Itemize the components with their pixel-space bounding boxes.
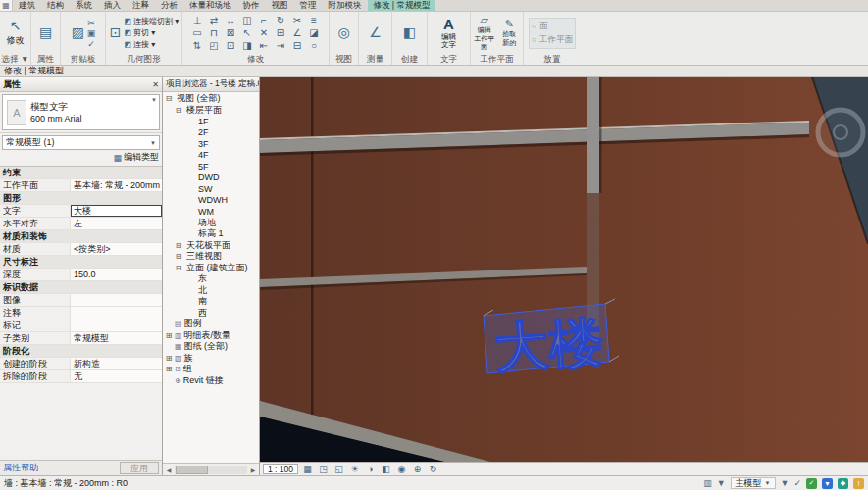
properties-toggle-button[interactable]: ▤ [38, 24, 53, 41]
tree-item[interactable]: 2F [163, 127, 259, 139]
model-text-glyphs[interactable]: 大楼 [492, 312, 606, 378]
geometry-menu-item[interactable]: ◩ 连接 ▾ [124, 39, 179, 50]
tree-expander-icon[interactable]: ⊟ [175, 106, 182, 115]
geometry-menu-item[interactable]: ◩ 剪切 ▾ [124, 27, 179, 38]
property-value[interactable] [71, 307, 162, 318]
design-option-dropdown[interactable]: 主模型 ▼ [731, 477, 776, 489]
tree-item[interactable]: 1F [163, 116, 259, 127]
property-value[interactable]: 左 [71, 218, 162, 229]
ribbon-tab[interactable]: 附加模块 [323, 0, 368, 11]
copy-icon[interactable]: ▣ [87, 28, 96, 38]
tree-item[interactable]: ⊞ ▥ 明细表/数量 [163, 330, 259, 342]
tree-item[interactable]: ⊟ 视图 (全部) [163, 93, 259, 105]
modify-tool-icon[interactable]: ⌐ [261, 15, 267, 25]
view-scale-button[interactable]: 1 : 100 [263, 464, 298, 474]
placement-option-face[interactable]: ○ 面 [532, 21, 573, 32]
tree-expander-icon[interactable]: ⊞ [175, 252, 182, 261]
modify-tool-icon[interactable]: ◰ [209, 40, 218, 51]
ribbon-tab[interactable]: 结构 [41, 0, 70, 11]
property-row[interactable]: 深度 150.0 [0, 269, 162, 281]
apply-button[interactable]: 应用 [120, 462, 159, 474]
modify-tool-icon[interactable]: ⇅ [193, 40, 201, 51]
tree-expander-icon[interactable]: ⊟ [165, 94, 173, 103]
measure-button[interactable]: ∠ [368, 24, 383, 41]
property-value[interactable]: 基本墙: 常规 - 200mm [71, 179, 162, 191]
property-row[interactable]: 图形 [0, 192, 162, 205]
status-filter-icon[interactable]: ▼ [781, 478, 790, 488]
modify-tool-icon[interactable]: ⇥ [277, 40, 284, 51]
modify-tool-icon[interactable]: ≡ [311, 15, 317, 25]
edit-type-button[interactable]: ▦ 编辑类型 [112, 150, 160, 165]
modify-tool-icon[interactable]: ◪ [309, 27, 318, 38]
application-menu-icon[interactable]: ▦ [0, 0, 13, 11]
property-row[interactable]: 水平对齐 左 [0, 218, 162, 230]
scroll-right-icon[interactable]: ▶ [247, 466, 259, 473]
property-row[interactable]: 拆除的阶段 无 [0, 370, 162, 383]
modify-tool-icon[interactable]: ∠ [293, 27, 302, 38]
match-type-icon[interactable]: ✓ [87, 39, 96, 49]
ribbon-tab[interactable]: 视图 [266, 0, 294, 11]
tree-expander-icon[interactable]: ⊟ [175, 264, 182, 272]
tree-expander-icon[interactable]: ⊞ [165, 354, 173, 363]
properties-help-link[interactable]: 属性帮助 [3, 462, 38, 474]
ribbon-tab[interactable]: 体量和场地 [183, 0, 237, 11]
tree-item[interactable]: ⊞ 三维视图 [163, 251, 259, 263]
browser-horizontal-scrollbar[interactable]: ◀ ▶ [163, 463, 259, 475]
property-row[interactable]: 文字 大楼 [0, 205, 162, 218]
ribbon-tab[interactable]: 插入 [98, 0, 127, 11]
tree-item[interactable]: 西 [163, 308, 259, 319]
property-row[interactable]: 标识数据 [0, 281, 162, 294]
3d-viewport[interactable]: 大楼 [260, 77, 868, 462]
property-value[interactable] [71, 294, 162, 306]
modify-tool-icon[interactable]: ⊞ [277, 27, 284, 38]
status-filter-icon[interactable]: ✓ [793, 478, 801, 488]
ribbon-tab[interactable]: 注释 [127, 0, 155, 11]
view-control-icon[interactable]: ◧ [380, 464, 392, 475]
paste-button[interactable]: ▨ [71, 24, 85, 41]
modify-tool-icon[interactable]: ↻ [277, 15, 284, 25]
ribbon-tab[interactable]: 系统 [70, 0, 98, 11]
modify-tool-icon[interactable]: ✂ [293, 15, 301, 25]
vertical-beam[interactable] [587, 77, 599, 193]
tree-expander-icon[interactable]: ⊞ [165, 365, 173, 373]
status-chip-icon[interactable]: ✓ [806, 478, 817, 489]
status-chip-icon[interactable]: ! [853, 478, 864, 489]
tree-item[interactable]: ⊟ 楼层平面 [163, 105, 259, 117]
status-workset-icon[interactable]: ▥ [703, 478, 712, 488]
modify-tool-icon[interactable]: ↖ [243, 27, 251, 38]
status-chip-icon[interactable]: ▼ [822, 478, 833, 489]
panel-label-select[interactable]: 选择 ▼ [0, 54, 30, 65]
cut-icon[interactable]: ✂ [87, 18, 96, 27]
modify-tool-icon[interactable]: ⊠ [227, 27, 234, 38]
ribbon-tab[interactable]: 分析 [155, 0, 183, 11]
ribbon-tab-active-contextual[interactable]: 修改 | 常规模型 [368, 0, 436, 11]
tree-item[interactable]: 4F [163, 150, 259, 162]
property-value[interactable]: <按类别> [71, 243, 162, 255]
type-selector-arrow-icon[interactable]: ▼ [151, 97, 157, 103]
tree-item[interactable]: ⊞ 天花板平面 [163, 240, 259, 252]
modify-tool-icon[interactable]: ⇄ [210, 15, 218, 25]
scrollbar-thumb[interactable] [176, 466, 208, 474]
property-value[interactable]: 新构造 [71, 358, 162, 369]
geometry-menu-item[interactable]: ◩ 连接端切割 ▾ [124, 16, 179, 26]
tree-item[interactable]: ▤ 图例 [163, 318, 259, 330]
property-value[interactable] [71, 319, 162, 331]
tree-item[interactable]: SW [163, 183, 259, 195]
view-control-icon[interactable]: ◱ [332, 464, 345, 475]
modify-tool-icon[interactable]: ◫ [242, 15, 251, 25]
view-control-icon[interactable]: ↻ [427, 464, 439, 475]
tree-item[interactable]: 5F [163, 161, 259, 172]
ribbon-tab[interactable]: 协作 [237, 0, 266, 11]
tree-item[interactable]: ⊟ 立面 (建筑立面) [163, 263, 259, 274]
status-workset-icon[interactable]: ▼ [717, 478, 726, 488]
tree-item[interactable]: 南 [163, 296, 259, 308]
property-row[interactable]: 约束 [0, 167, 162, 179]
tree-expander-icon[interactable]: ⊞ [175, 241, 182, 250]
tree-item[interactable]: WM [163, 206, 259, 218]
tree-item[interactable]: WDWH [163, 195, 259, 207]
tree-item[interactable]: DWD [163, 172, 259, 184]
modify-tool-icon[interactable]: ✕ [260, 27, 268, 38]
property-row[interactable]: 阶段化 [0, 345, 162, 358]
view-button[interactable]: ◎ [336, 24, 350, 41]
property-row[interactable]: 注释 [0, 307, 162, 319]
